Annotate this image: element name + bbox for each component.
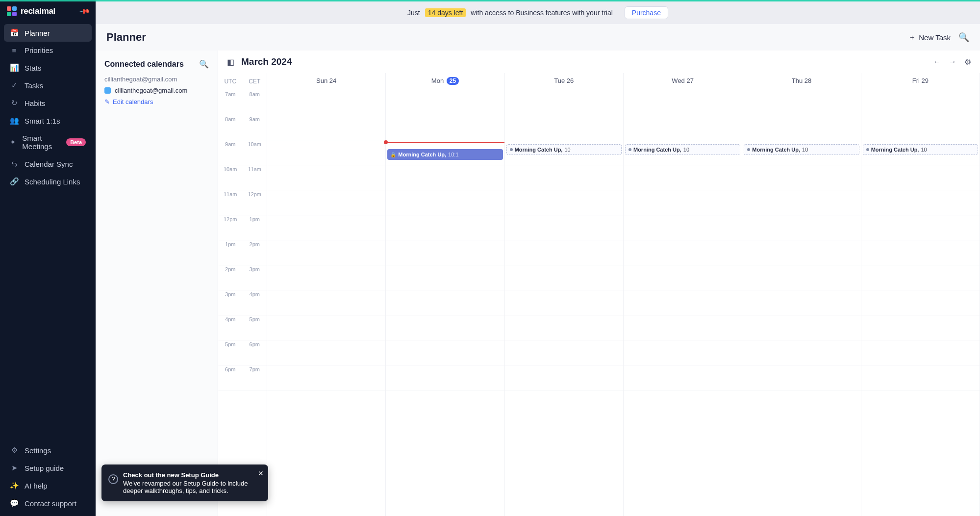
- sidebar-item-scheduling-links[interactable]: 🔗Scheduling Links: [4, 173, 92, 190]
- time-slot[interactable]: [861, 265, 980, 290]
- calendar-grid[interactable]: 🔒Morning Catch Up,10:1Morning Catch Up,1…: [267, 90, 980, 516]
- sidebar-item-contact-support[interactable]: 💬Contact support: [4, 494, 92, 512]
- time-slot[interactable]: [267, 190, 385, 215]
- time-slot[interactable]: [861, 90, 980, 115]
- calendar-checkbox[interactable]: [104, 87, 111, 94]
- search-icon[interactable]: 🔍: [958, 32, 969, 43]
- time-slot[interactable]: [386, 90, 504, 115]
- time-slot[interactable]: [742, 215, 860, 240]
- time-slot[interactable]: [861, 115, 980, 140]
- time-slot[interactable]: [624, 190, 742, 215]
- day-column[interactable]: Morning Catch Up,10: [742, 90, 861, 516]
- time-slot[interactable]: [505, 315, 623, 340]
- time-slot[interactable]: [624, 215, 742, 240]
- time-slot[interactable]: [861, 365, 980, 390]
- time-slot[interactable]: [267, 265, 385, 290]
- time-slot[interactable]: [624, 90, 742, 115]
- time-slot[interactable]: [267, 165, 385, 190]
- time-slot[interactable]: [386, 340, 504, 365]
- time-slot[interactable]: [505, 340, 623, 365]
- calendar-event[interactable]: 🔒Morning Catch Up,10:1: [387, 149, 503, 160]
- sidebar-item-calendar-sync[interactable]: ⇆Calendar Sync: [4, 155, 92, 173]
- calendar-event-placeholder[interactable]: Morning Catch Up,10: [863, 144, 978, 155]
- time-slot[interactable]: [267, 90, 385, 115]
- time-slot[interactable]: [624, 315, 742, 340]
- time-slot[interactable]: [742, 265, 860, 290]
- time-slot[interactable]: [742, 340, 860, 365]
- time-slot[interactable]: [386, 115, 504, 140]
- day-column[interactable]: [267, 90, 386, 516]
- time-slot[interactable]: [505, 190, 623, 215]
- edit-calendars-link[interactable]: ✎ Edit calendars: [104, 98, 209, 105]
- calendar-settings-icon[interactable]: ⚙: [964, 57, 971, 67]
- time-slot[interactable]: [861, 215, 980, 240]
- time-slot[interactable]: [624, 165, 742, 190]
- sidebar-item-settings[interactable]: ⚙Settings: [4, 441, 92, 459]
- time-slot[interactable]: [742, 90, 860, 115]
- sidebar-item-stats[interactable]: 📊Stats: [4, 59, 92, 77]
- sidebar-item-smart-meetings[interactable]: ✦Smart MeetingsBeta: [4, 129, 92, 155]
- day-column[interactable]: Morning Catch Up,10: [624, 90, 742, 516]
- time-slot[interactable]: [861, 315, 980, 340]
- time-slot[interactable]: [861, 240, 980, 265]
- time-slot[interactable]: [267, 115, 385, 140]
- time-slot[interactable]: [624, 365, 742, 390]
- calendar-event-placeholder[interactable]: Morning Catch Up,10: [744, 144, 859, 155]
- brand-logo[interactable]: reclaimai: [7, 6, 55, 16]
- time-slot[interactable]: [386, 315, 504, 340]
- time-slot[interactable]: [386, 190, 504, 215]
- close-icon[interactable]: ×: [258, 468, 263, 479]
- time-slot[interactable]: [505, 115, 623, 140]
- time-slot[interactable]: [505, 290, 623, 315]
- time-slot[interactable]: [624, 240, 742, 265]
- time-slot[interactable]: [742, 165, 860, 190]
- time-slot[interactable]: [505, 215, 623, 240]
- time-slot[interactable]: [624, 340, 742, 365]
- time-slot[interactable]: [742, 240, 860, 265]
- day-header[interactable]: Tue 26: [505, 73, 624, 90]
- day-column[interactable]: Morning Catch Up,10: [861, 90, 980, 516]
- time-slot[interactable]: [742, 365, 860, 390]
- time-slot[interactable]: [505, 240, 623, 265]
- time-slot[interactable]: [267, 140, 385, 165]
- time-slot[interactable]: [742, 115, 860, 140]
- day-column[interactable]: 🔒Morning Catch Up,10:1: [386, 90, 504, 516]
- new-task-button[interactable]: ＋ New Task: [908, 33, 951, 42]
- prev-week-button[interactable]: ←: [933, 57, 941, 66]
- panel-toggle-icon[interactable]: ◧: [227, 57, 234, 67]
- sidebar-item-tasks[interactable]: ✓Tasks: [4, 77, 92, 94]
- time-slot[interactable]: [386, 265, 504, 290]
- time-slot[interactable]: [505, 365, 623, 390]
- time-slot[interactable]: [861, 190, 980, 215]
- time-slot[interactable]: [267, 290, 385, 315]
- day-column[interactable]: Morning Catch Up,10: [505, 90, 624, 516]
- sidebar-item-planner[interactable]: 📅Planner: [4, 24, 92, 42]
- calendar-event-placeholder[interactable]: Morning Catch Up,10: [625, 144, 740, 155]
- time-slot[interactable]: [505, 165, 623, 190]
- next-week-button[interactable]: →: [949, 57, 956, 66]
- time-slot[interactable]: [861, 340, 980, 365]
- time-slot[interactable]: [386, 165, 504, 190]
- time-slot[interactable]: [861, 165, 980, 190]
- day-header[interactable]: Fri 29: [861, 73, 980, 90]
- time-slot[interactable]: [861, 290, 980, 315]
- sidebar-item-setup-guide[interactable]: ➤Setup guide: [4, 459, 92, 477]
- time-slot[interactable]: [267, 340, 385, 365]
- time-slot[interactable]: [386, 215, 504, 240]
- sidebar-item-habits[interactable]: ↻Habits: [4, 94, 92, 112]
- time-slot[interactable]: [624, 265, 742, 290]
- time-slot[interactable]: [386, 365, 504, 390]
- time-slot[interactable]: [624, 115, 742, 140]
- time-slot[interactable]: [267, 365, 385, 390]
- time-slot[interactable]: [742, 190, 860, 215]
- calendar-row[interactable]: cillianthegoat@gmail.com: [104, 87, 209, 94]
- day-header[interactable]: Thu 28: [742, 73, 861, 90]
- sidebar-item-smart-1-1s[interactable]: 👥Smart 1:1s: [4, 112, 92, 129]
- time-slot[interactable]: [505, 90, 623, 115]
- time-slot[interactable]: [267, 240, 385, 265]
- day-header[interactable]: Wed 27: [624, 73, 742, 90]
- time-slot[interactable]: [386, 290, 504, 315]
- time-slot[interactable]: [267, 215, 385, 240]
- time-slot[interactable]: [386, 240, 504, 265]
- panel-search-icon[interactable]: 🔍: [199, 59, 209, 69]
